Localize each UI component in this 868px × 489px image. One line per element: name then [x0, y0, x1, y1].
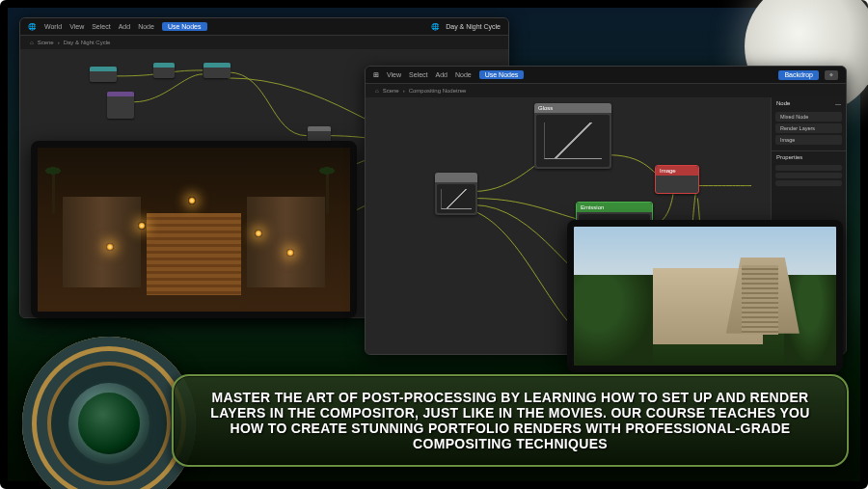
tree-icon: ⌂ — [30, 40, 34, 45]
sidepanel-prop[interactable] — [775, 180, 842, 186]
world-slot-icon[interactable]: 🌐 — [431, 23, 440, 31]
node-emission-a[interactable]: Emission — [577, 203, 652, 212]
backdrop-toggle[interactable]: Backdrop — [778, 70, 819, 80]
menu-select[interactable]: Select — [92, 23, 110, 30]
crumb-scene[interactable]: Scene — [38, 40, 54, 45]
compositor-icon: ⊞ — [373, 71, 379, 79]
sidepanel-prop[interactable] — [775, 165, 842, 171]
node[interactable] — [107, 92, 134, 119]
node-image[interactable]: Image — [656, 166, 698, 176]
editor1-title: World — [44, 23, 62, 30]
editor2-topbar: ⊞ View Select Add Node Use Nodes Backdro… — [366, 67, 846, 84]
menu-node[interactable]: Node — [455, 71, 472, 78]
marketing-banner: MASTER THE ART OF POST-PROCESSING BY LEA… — [172, 374, 849, 467]
render-preview-day — [567, 220, 843, 372]
editor1-subbar: ⌂ Scene › Day & Night Cycle — [20, 36, 508, 49]
snap-icon[interactable]: ⌖ — [825, 70, 838, 80]
sidepanel-header: Node — [776, 100, 790, 107]
node[interactable] — [90, 67, 117, 82]
menu-node[interactable]: Node — [138, 23, 154, 30]
sidepanel-section-props[interactable]: Properties — [772, 150, 846, 163]
menu-view[interactable]: View — [387, 71, 401, 78]
sidepanel-row-renderlayers[interactable]: Render Layers — [775, 123, 842, 133]
editor1-topbar: 🌐 World View Select Add Node Use Nodes 🌐… — [20, 18, 508, 36]
sidepanel-section-mixed[interactable]: Mixed Node — [775, 112, 842, 122]
render-preview-night — [31, 141, 357, 318]
crumb-scene[interactable]: Scene — [383, 88, 399, 94]
chevron-right-icon: › — [403, 88, 405, 94]
editor1-title-icon: 🌐 — [28, 23, 37, 31]
editor1-right-label: Day & Night Cycle — [446, 23, 501, 31]
chevron-right-icon: › — [58, 40, 60, 45]
sidepanel-prop[interactable] — [775, 173, 842, 178]
node[interactable] — [153, 63, 175, 78]
crumb-nodetree[interactable]: Compositing Nodetree — [409, 88, 467, 94]
menu-add[interactable]: Add — [119, 23, 130, 30]
use-nodes-toggle[interactable]: Use Nodes — [162, 22, 207, 31]
sidepanel-row-image[interactable]: Image — [775, 135, 842, 145]
node-gloss[interactable]: Gloss — [534, 103, 611, 113]
crumb-world[interactable]: Day & Night Cycle — [64, 40, 111, 45]
menu-add[interactable]: Add — [436, 71, 448, 78]
tree-icon: ⌂ — [375, 88, 379, 94]
sidepanel-close-icon[interactable]: ⋯ — [835, 100, 841, 107]
menu-view[interactable]: View — [69, 23, 84, 30]
use-nodes-toggle[interactable]: Use Nodes — [479, 70, 525, 79]
menu-select[interactable]: Select — [409, 71, 427, 78]
stage: 🌐 World View Select Add Node Use Nodes 🌐… — [0, 0, 868, 489]
editor2-subbar: ⌂ Scene › Compositing Nodetree — [366, 84, 846, 97]
node[interactable] — [203, 63, 231, 78]
node-header[interactable] — [435, 173, 477, 182]
